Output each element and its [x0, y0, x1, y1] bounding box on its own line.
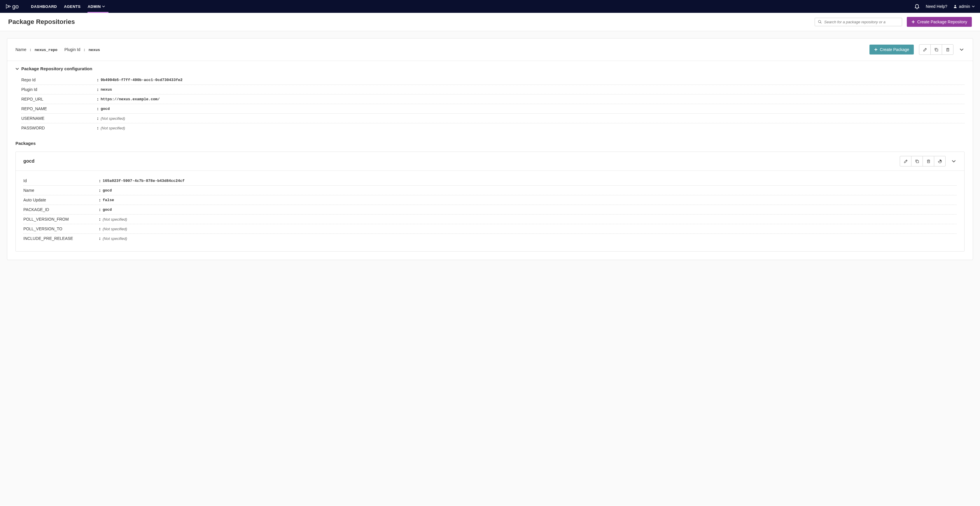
- clone-package-button[interactable]: [911, 156, 923, 167]
- repository-meta: Name : nexus_repo Plugin Id : nexus: [16, 47, 869, 52]
- username: admin: [959, 4, 970, 9]
- config-value: (Not specified): [103, 236, 127, 241]
- config-value: (Not specified): [103, 227, 127, 231]
- package-config-table: Id:165a023f-5907-4c7b-878e-b43d84cc24cfN…: [16, 171, 964, 251]
- config-key: REPO_NAME: [21, 106, 97, 111]
- copy-icon: [915, 159, 920, 163]
- meta-value: nexus: [89, 48, 100, 52]
- config-key: REPO_URL: [21, 97, 97, 102]
- config-value: false: [103, 198, 114, 202]
- search-input[interactable]: [824, 20, 899, 24]
- package-name: gocd: [23, 159, 900, 164]
- config-key: Repo Id: [21, 78, 97, 82]
- trash-icon: [926, 159, 931, 163]
- meta-label: Name: [16, 47, 26, 52]
- create-package-button[interactable]: Create Package: [869, 44, 914, 54]
- edit-icon: [904, 159, 908, 163]
- nav-links: DASHBOARD AGENTS ADMIN: [27, 0, 108, 13]
- logo[interactable]: go: [5, 3, 19, 10]
- page-title: Package Repositories: [8, 18, 815, 25]
- top-nav: go DASHBOARD AGENTS ADMIN Need Help? adm…: [0, 0, 980, 13]
- create-repository-button[interactable]: Create Package Repository: [907, 17, 972, 27]
- config-value: nexus: [100, 87, 112, 92]
- config-row: USERNAME:(Not specified): [21, 114, 964, 123]
- config-key: Auto Update: [23, 198, 99, 202]
- search-box[interactable]: [815, 18, 902, 26]
- search-icon: [818, 20, 822, 24]
- repository-config-table: Repo Id:9b4994b5-f7ff-490b-acc1-0cd73043…: [16, 75, 964, 133]
- config-value: (Not specified): [103, 217, 127, 222]
- clone-repository-button[interactable]: [931, 44, 942, 55]
- package-card: gocd: [16, 152, 964, 252]
- nav-admin[interactable]: ADMIN: [84, 0, 108, 13]
- page-header: Package Repositories Create Package Repo…: [0, 13, 980, 31]
- config-key: Id: [23, 178, 99, 183]
- logo-text: go: [12, 3, 19, 10]
- delete-repository-button[interactable]: [942, 44, 953, 55]
- config-key: INCLUDE_PRE_RELEASE: [23, 236, 99, 241]
- nav-agents[interactable]: AGENTS: [60, 0, 84, 13]
- edit-package-button[interactable]: [900, 156, 912, 167]
- svg-rect-2: [935, 49, 938, 51]
- edit-repository-button[interactable]: [919, 44, 931, 55]
- repository-config-toggle[interactable]: Package Repository configuration: [16, 66, 964, 71]
- config-key: Plugin Id: [21, 87, 97, 92]
- config-value: https://nexus.example.com/: [100, 97, 160, 102]
- repository-header: Name : nexus_repo Plugin Id : nexus Crea…: [7, 38, 973, 61]
- config-row: Auto Update:false: [23, 195, 957, 205]
- config-key: USERNAME: [21, 116, 97, 121]
- repo-plugin-meta: Plugin Id : nexus: [64, 47, 100, 52]
- svg-point-0: [955, 5, 956, 6]
- pie-chart-icon: [938, 159, 942, 163]
- config-key: PASSWORD: [21, 125, 97, 130]
- config-row: POLL_VERSION_TO:(Not specified): [23, 224, 957, 234]
- trash-icon: [946, 48, 950, 52]
- chevron-down-icon: [972, 5, 975, 8]
- chevron-down-icon: [102, 5, 105, 8]
- chevron-down-icon: [959, 48, 964, 52]
- svg-rect-3: [916, 160, 919, 163]
- config-value: gocd: [103, 188, 112, 193]
- chevron-down-icon: [952, 159, 956, 163]
- config-value: (Not specified): [100, 126, 125, 130]
- collapse-repository-button[interactable]: [959, 48, 964, 52]
- need-help-link[interactable]: Need Help?: [926, 4, 947, 9]
- config-row: Name:gocd: [23, 186, 957, 195]
- config-key: POLL_VERSION_TO: [23, 227, 99, 231]
- nav-right: Need Help? admin: [914, 3, 975, 10]
- play-icon: [5, 3, 11, 10]
- notifications-icon[interactable]: [914, 3, 920, 10]
- packages-section-title: Packages: [7, 138, 973, 149]
- config-row: REPO_URL:https://nexus.example.com/: [21, 94, 964, 104]
- copy-icon: [934, 48, 939, 52]
- config-row: Repo Id:9b4994b5-f7ff-490b-acc1-0cd73043…: [21, 75, 964, 85]
- config-value: (Not specified): [100, 116, 125, 121]
- collapse-package-button[interactable]: [951, 159, 957, 163]
- repo-name-meta: Name : nexus_repo: [16, 47, 57, 52]
- content-area: Name : nexus_repo Plugin Id : nexus Crea…: [0, 31, 980, 506]
- config-value: 165a023f-5907-4c7b-878e-b43d84cc24cf: [103, 179, 185, 183]
- config-row: POLL_VERSION_FROM:(Not specified): [23, 214, 957, 224]
- config-key: POLL_VERSION_FROM: [23, 217, 99, 222]
- config-value: gocd: [100, 107, 110, 111]
- user-icon: [953, 5, 957, 8]
- config-row: PASSWORD:(Not specified): [21, 123, 964, 133]
- package-action-buttons: [900, 156, 946, 167]
- delete-package-button[interactable]: [923, 156, 934, 167]
- repository-action-buttons: [919, 44, 953, 55]
- config-value: gocd: [103, 208, 112, 212]
- repository-card: Name : nexus_repo Plugin Id : nexus Crea…: [7, 38, 973, 260]
- config-key: Name: [23, 188, 99, 193]
- chevron-down-icon: [16, 67, 19, 71]
- config-value: 9b4994b5-f7ff-490b-acc1-0cd730433fe2: [100, 78, 183, 82]
- repository-config-section: Package Repository configuration Repo Id…: [7, 61, 973, 138]
- usage-package-button[interactable]: [934, 156, 946, 167]
- plus-icon: [874, 48, 878, 51]
- meta-value: nexus_repo: [35, 48, 57, 52]
- config-row: Id:165a023f-5907-4c7b-878e-b43d84cc24cf: [23, 176, 957, 186]
- plus-icon: [912, 20, 915, 24]
- nav-dashboard[interactable]: DASHBOARD: [27, 0, 60, 13]
- config-key: PACKAGE_ID: [23, 207, 99, 212]
- user-menu[interactable]: admin: [953, 4, 975, 9]
- package-header: gocd: [16, 152, 964, 171]
